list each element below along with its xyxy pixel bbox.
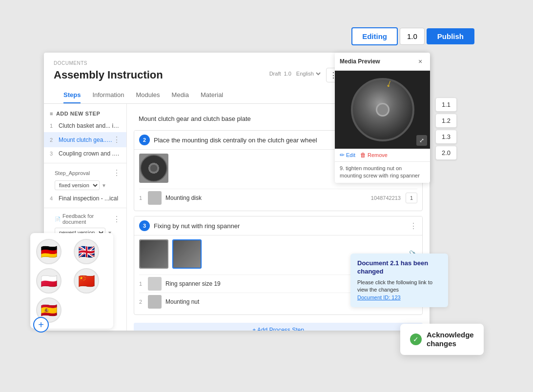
sidebar-divider-1 [44, 163, 126, 163]
tab-information[interactable]: Information [92, 87, 124, 103]
flag-cn[interactable]: 🇨🇳 [74, 268, 99, 294]
step-3-title-row: 3 Fixing by nut with ring spanner ⋮ [134, 216, 422, 235]
step3-part-name-1: Ring spanner size 19 [165, 280, 371, 287]
step-3-image-2[interactable] [172, 239, 202, 269]
step-3-num: 3 [139, 220, 150, 231]
feedback-doc-icon: 📄 [55, 216, 61, 222]
approval-more-icon[interactable]: ⋮ [113, 168, 121, 177]
step-2-num: 2 [139, 135, 150, 145]
flag-de[interactable]: 🇩🇪 [36, 239, 62, 264]
part-num-1: 1 [139, 195, 148, 201]
media-preview-image: ↓ ⤢ [335, 71, 430, 149]
sidebar-item-1[interactable]: 1 Clutch basket and... ings [44, 119, 126, 132]
language-panel: 🇩🇪 🇬🇧 🇵🇱 🇨🇳 🇪🇸 [30, 233, 113, 329]
sidebar-divider-2 [44, 208, 126, 208]
close-icon: × [418, 58, 422, 65]
step-3-image-1[interactable] [139, 239, 168, 269]
gear-circle [351, 78, 414, 141]
step-number-1: 1 [50, 123, 56, 129]
expand-icon-btn[interactable]: ⤢ [416, 135, 427, 146]
version-badge: 1.0 [400, 28, 425, 45]
media-preview-panel: Media Preview × ↓ ⤢ ✏ Edit 🗑 Remove 9. t… [335, 53, 430, 183]
media-preview-header: Media Preview × [335, 53, 430, 71]
step-3-img2 [173, 240, 201, 268]
sidebar-feedback-doc-item[interactable]: 📄 Feedback for document ⋮ [44, 211, 126, 227]
tab-steps[interactable]: Steps [63, 87, 81, 103]
edit-media-button[interactable]: ✏ Edit [340, 152, 355, 158]
step-number-3: 3 [50, 151, 56, 157]
step-2-image-1[interactable] [139, 154, 168, 183]
check-icon: ✓ [410, 333, 422, 345]
add-step-label: ADD NEW STEP [56, 111, 100, 117]
step-2-more-icon[interactable]: ⋮ [113, 135, 121, 144]
tab-modules[interactable]: Modules [136, 87, 160, 103]
top-bar: Editing 1.0 Publish [351, 27, 474, 45]
change-notif-text: Please click the following link to view … [357, 279, 441, 301]
step3-part-num-2: 2 [139, 299, 148, 305]
remove-label: Remove [368, 152, 388, 158]
media-preview-actions: ✏ Edit 🗑 Remove [335, 149, 430, 162]
feedback-doc-more-icon[interactable]: ⋮ [113, 215, 121, 224]
approval-dropdown-icon: ▼ [102, 183, 106, 188]
version-tag-1.2[interactable]: 1.2 [435, 114, 457, 128]
step-3-img1 [140, 240, 167, 268]
media-preview-caption: 9. tighten mounting nut on mounting scre… [335, 162, 430, 183]
remove-media-button[interactable]: 🗑 Remove [360, 152, 388, 158]
media-preview-close-button[interactable]: × [415, 57, 425, 66]
language-select[interactable]: English [294, 70, 322, 77]
change-notif-link[interactable]: Document ID: 123 [357, 294, 401, 300]
part-icon-1 [148, 191, 162, 205]
step3-part-icon-2 [148, 295, 162, 309]
version-sidebar: 1.1 1.2 1.3 2.0 [435, 98, 457, 160]
step-3-title: Fixing by nut with ring spanner [154, 222, 410, 230]
part-qty-1: 1 [406, 193, 417, 203]
add-process-step-button[interactable]: + Add Process Step [134, 323, 423, 331]
step-label-3: Coupling crown and ...ring [59, 150, 121, 157]
editing-button[interactable]: Editing [351, 27, 398, 45]
feedback-doc-label: Feedback for document [62, 213, 113, 225]
doc-version: 1.0 [284, 71, 291, 77]
doc-meta: Draft 1.0 English [269, 70, 322, 80]
approval-version-select[interactable]: fixed version [55, 180, 100, 190]
version-tag-2.0[interactable]: 2.0 [435, 146, 457, 160]
add-language-button[interactable]: + [33, 317, 49, 333]
change-notif-title: Document 2.1 has been changed [357, 259, 441, 276]
gear-image-1 [140, 155, 167, 182]
change-notif-body: Please click the following link to view … [357, 279, 432, 293]
approval-select-row: fixed version ▼ [44, 179, 126, 192]
acknowledge-label: Acknowledgechanges [427, 331, 474, 348]
publish-button-top[interactable]: Publish [427, 28, 474, 44]
edit-label: Edit [346, 152, 355, 158]
version-tag-1.1[interactable]: 1.1 [435, 98, 457, 112]
tab-material[interactable]: Material [201, 87, 223, 103]
tab-media[interactable]: Media [172, 87, 189, 103]
pencil-icon: ✏ [340, 152, 345, 158]
step-2-part-1: 1 Mounting disk 1048742213 1 [139, 189, 417, 207]
add-new-step-button[interactable]: ≡ ADD NEW STEP [44, 108, 126, 119]
sidebar-approval-item[interactable]: Step_Approval ⋮ [44, 166, 126, 179]
sidebar-item-4[interactable]: 4 Final inspection - ...ical [44, 192, 126, 205]
step3-part-num-1: 1 [139, 281, 148, 287]
step-header-title: Mount clutch gear and clutch base plate [139, 115, 251, 122]
menu-icon: ≡ [50, 111, 53, 117]
sidebar-item-2[interactable]: 2 Mount clutch gea...late ⋮ [44, 132, 126, 147]
document-title: Assembly Instruction [54, 69, 163, 81]
step-number-4: 4 [50, 196, 56, 201]
step-label-1: Clutch basket and... ings [59, 122, 121, 129]
trash-icon: 🗑 [360, 152, 366, 158]
step3-part-icon-1 [148, 277, 162, 291]
step-2-parts: 1 Mounting disk 1048742213 1 [134, 187, 422, 211]
version-tag-1.3[interactable]: 1.3 [435, 130, 457, 144]
step-3-more-btn[interactable]: ⋮ [410, 221, 417, 231]
draft-label: Draft [269, 71, 281, 77]
gear-center [376, 103, 390, 117]
acknowledge-changes-button[interactable]: ✓ Acknowledgechanges [400, 324, 484, 355]
sidebar-item-3[interactable]: 3 Coupling crown and ...ring [44, 147, 126, 160]
flag-gb[interactable]: 🇬🇧 [74, 239, 99, 264]
media-preview-title: Media Preview [340, 58, 380, 65]
step-number-2: 2 [50, 137, 56, 143]
flag-pl[interactable]: 🇵🇱 [36, 268, 62, 294]
step-label-2: Mount clutch gea...late [59, 137, 113, 143]
part-name-1: Mounting disk [165, 195, 371, 201]
step3-part-name-2: Mounting nut [165, 298, 371, 305]
